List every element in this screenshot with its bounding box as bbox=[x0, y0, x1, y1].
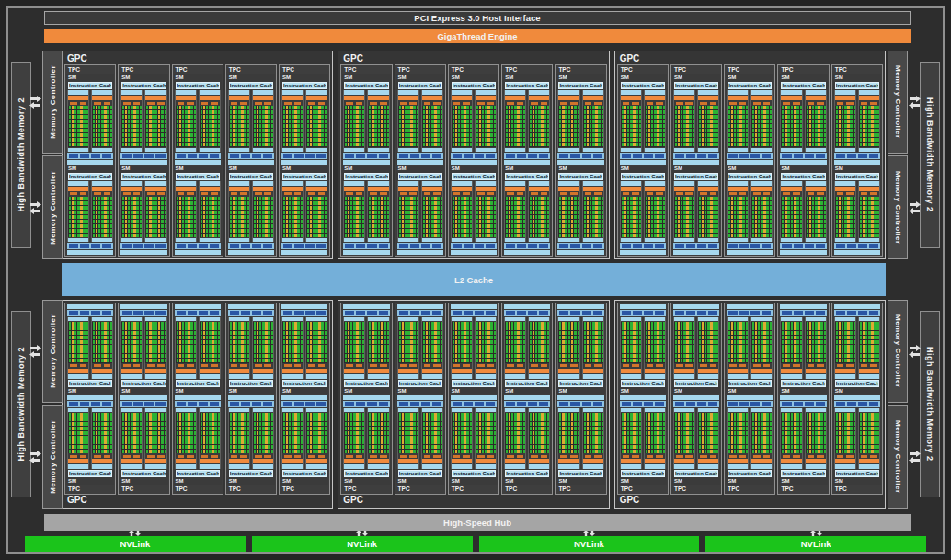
load-store-segment bbox=[675, 311, 684, 315]
sm-block: SMInstruction Cache bbox=[726, 304, 773, 394]
core-grid bbox=[728, 106, 748, 147]
partition-footer-bar bbox=[835, 148, 855, 152]
dispatch-unit bbox=[870, 455, 877, 458]
gpc-label: GPC bbox=[617, 495, 883, 506]
gpc-row-bottom: GPCTPCSMInstruction CacheSMInstruction C… bbox=[62, 300, 886, 509]
dispatch-unit bbox=[632, 192, 639, 195]
core-grid bbox=[68, 106, 88, 147]
sm-partitions bbox=[450, 408, 498, 470]
register-file-bar bbox=[200, 187, 220, 191]
scheduler-bar bbox=[452, 464, 472, 469]
load-store-row bbox=[343, 243, 389, 249]
register-file-bar bbox=[452, 187, 472, 191]
dispatch-unit bbox=[656, 455, 663, 458]
load-store-segment bbox=[644, 311, 653, 315]
load-store-row bbox=[228, 310, 274, 316]
partition-footer-bar bbox=[529, 148, 549, 152]
memory-bidirectional-arrow-icon bbox=[29, 451, 41, 463]
sm-partitions bbox=[779, 181, 827, 243]
instruction-cache-bar: Instruction Cache bbox=[835, 380, 879, 387]
dispatch-row bbox=[306, 192, 327, 196]
sm-partition bbox=[228, 317, 250, 379]
sm-block: SMInstruction Cache bbox=[833, 395, 881, 486]
sm-partition bbox=[697, 90, 719, 152]
load-store-segment bbox=[252, 244, 261, 248]
load-store-segment bbox=[782, 402, 791, 406]
texture-bar bbox=[120, 160, 166, 165]
dispatch-unit bbox=[80, 192, 87, 195]
partition-footer-bar bbox=[505, 317, 525, 321]
load-store-row bbox=[281, 243, 327, 249]
register-file-bar bbox=[621, 96, 641, 100]
load-store-row bbox=[281, 310, 327, 316]
dispatch-row bbox=[229, 364, 249, 368]
sm-block: SMInstruction Cache bbox=[396, 74, 444, 165]
load-store-segment bbox=[421, 244, 430, 248]
register-file-bar bbox=[452, 96, 472, 100]
memory-bidirectional-arrow-icon bbox=[909, 451, 921, 463]
register-file-bar bbox=[398, 459, 418, 463]
dispatch-row bbox=[253, 364, 273, 368]
register-file-bar bbox=[476, 96, 496, 100]
register-file-bar bbox=[282, 96, 303, 100]
dispatch-row bbox=[558, 192, 579, 196]
load-store-segment bbox=[122, 154, 132, 158]
load-store-segment bbox=[858, 402, 867, 406]
scheduler-bar bbox=[806, 90, 826, 95]
scheduler-bar bbox=[781, 181, 801, 186]
partition-footer-bar bbox=[229, 408, 249, 412]
load-store-row bbox=[228, 401, 274, 407]
register-file-bar bbox=[698, 96, 718, 100]
load-store-segment bbox=[559, 244, 568, 248]
load-store-row bbox=[397, 243, 443, 249]
instruction-cache-bar: Instruction Cache bbox=[121, 173, 166, 180]
core-grid bbox=[751, 197, 772, 238]
load-store-row bbox=[834, 153, 880, 159]
dispatch-unit bbox=[187, 364, 194, 367]
dispatch-unit bbox=[284, 102, 292, 105]
register-file-bar bbox=[68, 96, 88, 100]
texture-bar bbox=[175, 304, 221, 309]
register-file-bar bbox=[422, 96, 442, 100]
dispatch-row bbox=[529, 192, 549, 196]
sm-label: SM bbox=[672, 388, 720, 394]
partition-footer-bar bbox=[781, 317, 801, 321]
load-store-segment bbox=[305, 402, 315, 406]
dispatch-unit bbox=[433, 455, 441, 458]
load-store-segment bbox=[410, 402, 419, 406]
load-store-row bbox=[67, 153, 113, 159]
scheduler-bar bbox=[728, 90, 748, 95]
dispatch-row bbox=[145, 454, 166, 458]
dispatch-unit bbox=[409, 192, 417, 195]
memory-controller-label: Memory Controller bbox=[894, 420, 902, 494]
load-store-segment bbox=[593, 244, 602, 248]
partition-footer-bar bbox=[176, 408, 196, 412]
core-grid bbox=[229, 106, 249, 147]
partition-footer-bar bbox=[368, 408, 388, 412]
load-store-segment bbox=[356, 402, 365, 406]
load-store-segment bbox=[794, 311, 803, 315]
tpc-block: TPCSMInstruction CacheSMInstruction Cach… bbox=[395, 303, 446, 495]
dispatch-unit bbox=[793, 364, 800, 367]
dispatch-unit bbox=[453, 102, 461, 105]
load-store-segment bbox=[230, 402, 239, 406]
core-grid bbox=[253, 106, 273, 147]
dispatch-unit bbox=[531, 102, 538, 105]
scheduler-bar bbox=[674, 464, 694, 469]
load-store-row bbox=[397, 310, 443, 316]
tpc-block: TPCSMInstruction CacheSMInstruction Cach… bbox=[617, 64, 669, 257]
dispatch-unit bbox=[623, 455, 630, 458]
sm-block: SMInstruction Cache bbox=[726, 74, 773, 165]
memory-controller-bar: Memory Controller bbox=[888, 51, 908, 154]
scheduler-bar bbox=[835, 90, 855, 95]
sm-label: SM bbox=[556, 166, 604, 172]
dispatch-unit bbox=[380, 364, 387, 367]
load-store-segment bbox=[517, 244, 526, 248]
dispatch-row bbox=[698, 192, 718, 196]
partition-footer-bar bbox=[200, 238, 220, 242]
dispatch-row bbox=[344, 454, 364, 458]
sm-partition bbox=[644, 181, 666, 243]
core-grid bbox=[698, 197, 718, 238]
dispatch-unit bbox=[104, 364, 111, 367]
load-store-row bbox=[281, 401, 327, 407]
